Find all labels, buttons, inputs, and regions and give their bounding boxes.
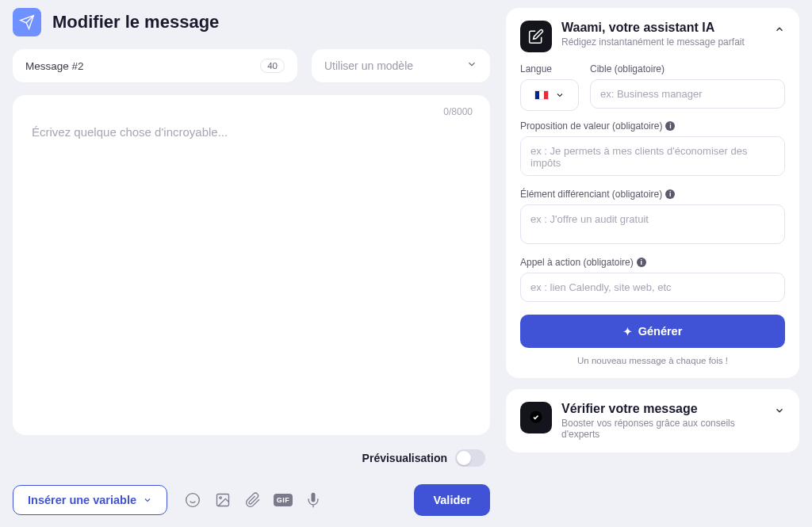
svg-point-4 [220,497,222,499]
language-select[interactable] [520,79,579,111]
preview-label: Prévisualisation [362,452,447,464]
cta-label: Appel à action (obligatoire) i [520,257,785,268]
chat-check-icon [520,402,552,433]
char-counter: 0/8000 [443,106,473,117]
insert-variable-label: Insérer une variable [28,494,136,506]
target-input[interactable] [590,79,785,109]
toggle-knob [457,451,471,465]
editor-placeholder: Écrivez quelque chose d'incroyable... [32,125,471,139]
page-title: Modifier le message [52,12,219,32]
verify-panel-subtitle: Booster vos réponses grâce aux conseils … [561,418,764,440]
template-select[interactable]: Utiliser un modèle [312,49,490,82]
value-prop-label: Proposition de valeur (obligatoire) i [520,120,785,132]
cta-input[interactable] [520,273,785,302]
generate-label: Générer [638,325,683,338]
info-icon[interactable]: i [665,121,675,131]
verify-panel-title: Vérifier votre message [561,402,764,416]
sparkle-icon: ✦ [623,326,632,338]
svg-point-0 [186,494,200,507]
flag-fr-icon [534,90,549,100]
chevron-down-icon [466,59,477,73]
submit-button[interactable]: Valider [414,484,490,516]
chevron-down-icon [555,90,565,100]
info-icon[interactable]: i [665,189,675,199]
message-editor[interactable]: 0/8000 Écrivez quelque chose d'incroyabl… [13,95,490,435]
message-name-value: Message #2 [25,60,84,72]
generate-button[interactable]: ✦ Générer [520,315,785,348]
value-prop-input[interactable] [520,136,785,176]
ai-assistant-panel: Waami, votre assistant IA Rédigez instan… [506,8,799,378]
language-label: Langue [520,63,579,74]
preview-toggle[interactable] [455,449,485,467]
send-icon [13,8,41,36]
info-icon[interactable]: i [637,258,646,267]
ai-panel-title: Waami, votre assistant IA [561,21,745,35]
verify-panel[interactable]: Vérifier votre message Booster vos répon… [506,389,799,453]
target-label: Cible (obligatoire) [590,63,785,74]
differentiator-input[interactable] [520,204,785,244]
chevron-down-icon [143,495,152,505]
attachment-icon[interactable] [245,492,261,508]
image-icon[interactable] [215,492,231,508]
microphone-icon[interactable] [305,492,321,508]
expand-button[interactable] [774,405,785,419]
ai-panel-subtitle: Rédigez instantanément le message parfai… [561,36,745,48]
message-name-input[interactable]: Message #2 40 [13,49,297,82]
template-select-placeholder: Utiliser un modèle [324,59,413,72]
collapse-button[interactable] [774,24,785,38]
page-header: Modifier le message [13,8,490,36]
differentiator-label: Élément différenciant (obligatoire) i [520,189,785,200]
insert-variable-button[interactable]: Insérer une variable [13,485,167,515]
message-name-limit: 40 [260,59,285,73]
generate-footer-note: Un nouveau message à chaque fois ! [520,356,785,365]
gif-icon[interactable]: GIF [275,492,291,508]
emoji-icon[interactable] [185,492,201,508]
compose-icon [520,21,552,52]
